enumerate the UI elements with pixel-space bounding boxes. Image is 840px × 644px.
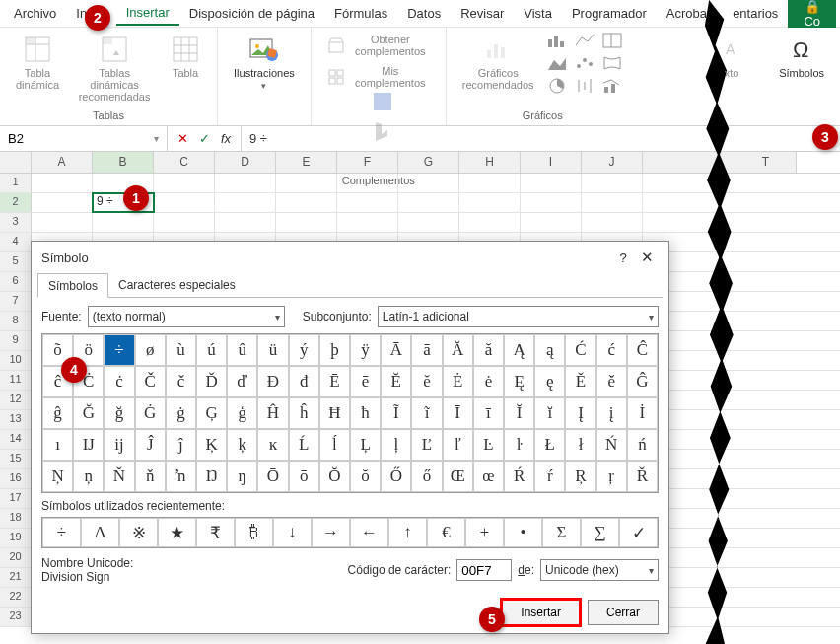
symbol-cell[interactable]: ĩ xyxy=(411,397,442,429)
symbol-cell[interactable]: Ī xyxy=(443,397,473,429)
tablas-recomendadas-button[interactable]: Tablas dinámicas recomendadas xyxy=(71,32,158,105)
recent-symbol-cell[interactable]: • xyxy=(504,518,542,547)
symbol-cell[interactable]: ō xyxy=(289,461,319,492)
row-header[interactable]: 12 xyxy=(0,391,32,409)
menu-insertar[interactable]: Insertar xyxy=(116,1,179,26)
insert-button[interactable]: Insertar xyxy=(502,600,580,625)
symbol-cell[interactable]: į xyxy=(596,397,627,429)
cell[interactable] xyxy=(215,174,276,192)
row-header[interactable]: 7 xyxy=(0,292,32,311)
row-header[interactable]: 18 xyxy=(0,509,32,528)
recent-symbol-cell[interactable]: ※ xyxy=(119,518,158,547)
chart-hier-icon[interactable] xyxy=(601,32,627,52)
recent-symbol-cell[interactable]: ÷ xyxy=(42,518,81,547)
symbol-cell[interactable]: Ě xyxy=(565,366,595,397)
obtener-complementos-button[interactable]: Obtener complementos xyxy=(323,32,434,59)
symbol-cell[interactable]: Ĳ xyxy=(73,429,104,461)
chart-pie-icon[interactable] xyxy=(546,77,572,98)
row-header[interactable]: 1 xyxy=(0,174,32,192)
symbol-cell[interactable]: Ď xyxy=(196,366,227,397)
menu-disposicion[interactable]: Disposición de página xyxy=(179,2,324,25)
symbol-cell[interactable]: Ĝ xyxy=(627,366,658,397)
symbol-cell[interactable]: Ė xyxy=(443,366,473,397)
symbol-cell[interactable]: Ň xyxy=(104,461,134,492)
visio-icon[interactable] xyxy=(372,91,393,115)
col-header[interactable]: C xyxy=(154,152,215,173)
tab-caracteres-especiales[interactable]: Caracteres especiales xyxy=(108,273,245,297)
symbol-cell[interactable]: ą xyxy=(534,334,565,366)
recent-symbol-cell[interactable]: Δ xyxy=(81,518,119,547)
symbol-cell[interactable]: ğ xyxy=(104,397,134,429)
menu-datos[interactable]: Datos xyxy=(397,2,451,25)
name-box[interactable]: ▾ xyxy=(0,126,168,151)
symbol-cell[interactable]: Ĩ xyxy=(381,397,411,429)
symbol-cell[interactable]: ĕ xyxy=(411,366,442,397)
symbol-cell[interactable]: ý xyxy=(289,334,319,366)
row-header[interactable]: 6 xyxy=(0,272,32,291)
symbol-cell[interactable]: č xyxy=(166,366,196,397)
symbol-cell[interactable]: ĵ xyxy=(166,429,196,461)
simbolos-button[interactable]: Ω Símbolos xyxy=(775,32,828,81)
row-header[interactable]: 23 xyxy=(0,608,32,626)
symbol-cell[interactable]: Į xyxy=(565,397,595,429)
symbol-cell[interactable]: ĳ xyxy=(104,429,134,461)
recent-symbol-cell[interactable]: ✓ xyxy=(619,518,658,547)
cancel-icon[interactable]: ✕ xyxy=(174,131,191,146)
cell[interactable] xyxy=(32,174,93,192)
symbol-cell[interactable]: Ļ xyxy=(350,429,381,461)
symbol-cell[interactable]: ľ xyxy=(443,429,473,461)
cell[interactable] xyxy=(154,174,215,192)
symbol-cell[interactable]: Ĕ xyxy=(381,366,411,397)
chart-bar-icon[interactable] xyxy=(546,32,572,52)
row-header[interactable]: 14 xyxy=(0,430,32,449)
col-header[interactable]: H xyxy=(459,152,521,173)
cell[interactable] xyxy=(154,193,215,212)
symbol-cell[interactable]: Ŕ xyxy=(504,461,534,492)
row-header[interactable]: 10 xyxy=(0,351,32,370)
row-header[interactable]: 21 xyxy=(0,568,32,587)
col-header[interactable]: I xyxy=(521,152,582,173)
symbol-cell[interactable]: ē xyxy=(350,366,381,397)
symbol-cell[interactable]: Œ xyxy=(443,461,473,492)
symbol-cell[interactable]: ė xyxy=(473,366,504,397)
menu-comentarios-partial[interactable]: entarios xyxy=(723,2,788,25)
recent-symbol-cell[interactable]: → xyxy=(312,518,350,547)
cell[interactable] xyxy=(521,213,582,232)
symbol-cell[interactable]: ļ xyxy=(381,429,411,461)
enter-icon[interactable]: ✓ xyxy=(195,131,213,146)
de-select[interactable]: Unicode (hex)▾ xyxy=(540,559,659,581)
symbol-cell[interactable]: Ľ xyxy=(411,429,442,461)
cell[interactable] xyxy=(459,174,521,192)
name-box-input[interactable] xyxy=(8,131,67,146)
cell[interactable] xyxy=(521,174,582,192)
symbol-cell[interactable]: Ę xyxy=(504,366,534,397)
symbol-cell[interactable]: ŉ xyxy=(166,461,196,492)
symbol-cell[interactable]: Ĥ xyxy=(257,397,288,429)
symbol-cell[interactable]: ħ xyxy=(350,397,381,429)
cell[interactable] xyxy=(93,213,154,232)
symbol-cell[interactable]: þ xyxy=(319,334,350,366)
chart-combo-icon[interactable] xyxy=(601,77,627,98)
symbol-cell[interactable]: ģ xyxy=(227,397,257,429)
col-header[interactable]: J xyxy=(582,152,643,173)
row-header[interactable]: 22 xyxy=(0,588,32,607)
symbol-cell[interactable]: ŋ xyxy=(227,461,257,492)
symbol-cell[interactable]: ŀ xyxy=(504,429,534,461)
symbol-cell[interactable]: Ł xyxy=(534,429,565,461)
col-header[interactable]: D xyxy=(215,152,276,173)
symbol-cell[interactable]: Ħ xyxy=(319,397,350,429)
symbol-cell[interactable]: ă xyxy=(473,334,504,366)
fuente-select[interactable]: (texto normal)▾ xyxy=(88,306,285,327)
symbol-cell[interactable]: ā xyxy=(411,334,442,366)
symbol-cell[interactable]: Ĺ xyxy=(289,429,319,461)
recent-symbol-cell[interactable]: ± xyxy=(465,518,504,547)
symbol-cell[interactable]: ī xyxy=(473,397,504,429)
chevron-down-icon[interactable]: ▾ xyxy=(154,133,159,144)
menu-formulas[interactable]: Fórmulas xyxy=(324,2,397,25)
symbol-cell[interactable]: ŗ xyxy=(596,461,627,492)
symbol-cell[interactable]: ÿ xyxy=(350,334,381,366)
symbol-cell[interactable]: Ģ xyxy=(196,397,227,429)
chart-stock-icon[interactable] xyxy=(574,77,599,98)
cell[interactable] xyxy=(337,174,398,192)
symbol-cell[interactable]: đ xyxy=(289,366,319,397)
